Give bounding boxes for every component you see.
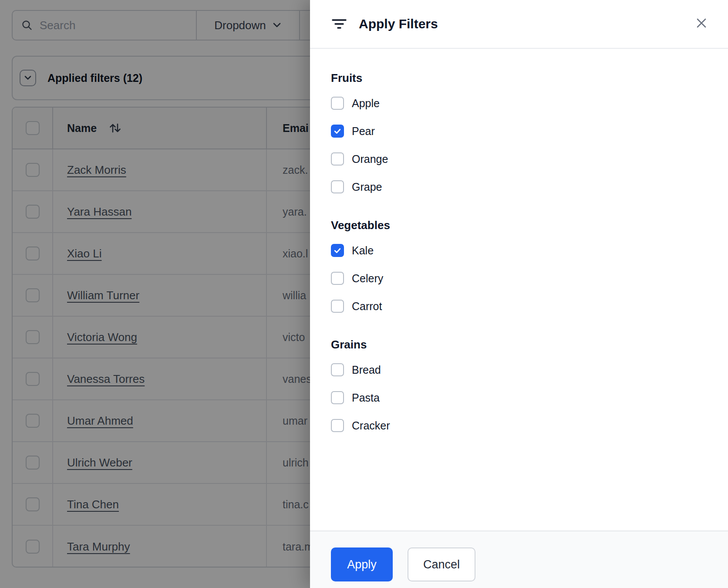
filter-icon — [331, 17, 347, 31]
panel-header: Apply Filters — [310, 0, 728, 49]
filter-option-label: Celery — [352, 272, 383, 285]
filter-section: Fruits Apple Pear Orange — [331, 71, 707, 194]
filter-section: Grains Bread Pasta Cracker — [331, 337, 707, 433]
filter-option[interactable]: Kale — [331, 243, 707, 258]
filter-option[interactable]: Celery — [331, 271, 707, 286]
filter-options: Fruits Apple Pear Orange — [310, 49, 728, 433]
close-icon — [696, 18, 707, 28]
filter-option-label: Cracker — [352, 419, 390, 432]
panel-footer: Apply Cancel — [310, 531, 728, 588]
filter-option-label: Grape — [352, 181, 382, 193]
filter-option[interactable]: Apple — [331, 96, 707, 111]
modal-scrim[interactable] — [0, 0, 310, 588]
check-icon — [333, 127, 342, 135]
filter-section-options: Kale Celery Carrot — [331, 243, 707, 314]
filter-option[interactable]: Cracker — [331, 418, 707, 433]
filter-checkbox[interactable] — [331, 419, 344, 432]
filter-option[interactable]: Carrot — [331, 299, 707, 314]
filter-checkbox[interactable] — [331, 363, 344, 376]
filter-checkbox[interactable] — [331, 97, 344, 110]
filter-section-heading: Grains — [331, 337, 707, 352]
filter-option[interactable]: Grape — [331, 179, 707, 194]
filter-option-label: Pasta — [352, 392, 380, 404]
apply-button[interactable]: Apply — [331, 547, 393, 581]
panel-title: Apply Filters — [359, 17, 438, 31]
filter-section-options: Bread Pasta Cracker — [331, 362, 707, 433]
filter-option-label: Kale — [352, 244, 374, 257]
filter-option[interactable]: Bread — [331, 362, 707, 377]
filter-option-label: Orange — [352, 153, 388, 166]
filter-checkbox[interactable] — [331, 244, 344, 257]
filter-section-options: Apple Pear Orange Grape — [331, 96, 707, 194]
filter-option[interactable]: Orange — [331, 152, 707, 166]
filter-checkbox[interactable] — [331, 152, 344, 166]
filter-section-heading: Vegetables — [331, 218, 707, 233]
cancel-button[interactable]: Cancel — [408, 547, 475, 581]
filter-section: Vegetables Kale Celery Carrot — [331, 218, 707, 314]
close-button[interactable] — [695, 17, 708, 30]
filter-option-label: Pear — [352, 125, 375, 138]
filter-checkbox[interactable] — [331, 180, 344, 193]
filter-option-label: Apple — [352, 97, 380, 110]
filter-checkbox[interactable] — [331, 300, 344, 313]
check-icon — [333, 246, 342, 255]
apply-filters-panel: Apply Filters Fruits Apple Pear — [310, 0, 728, 588]
filter-option-label: Bread — [352, 364, 381, 376]
filter-option[interactable]: Pear — [331, 124, 707, 139]
filter-option[interactable]: Pasta — [331, 390, 707, 405]
filter-section-heading: Fruits — [331, 71, 707, 85]
filter-checkbox[interactable] — [331, 125, 344, 138]
background-page: Dropdown Applied filters (12) N — [0, 0, 310, 588]
filter-checkbox[interactable] — [331, 272, 344, 285]
filter-option-label: Carrot — [352, 300, 382, 313]
filter-checkbox[interactable] — [331, 391, 344, 404]
screen: Dropdown Applied filters (12) N — [0, 0, 728, 588]
